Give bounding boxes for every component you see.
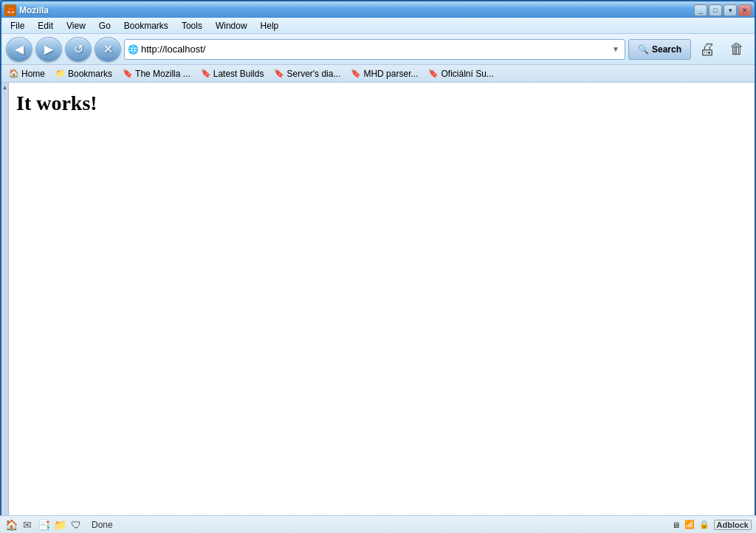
- bookmark-bookmarks[interactable]: 📁 Bookmarks: [51, 67, 117, 80]
- menu-file[interactable]: File: [4, 19, 30, 32]
- address-input[interactable]: [141, 44, 607, 55]
- menu-go[interactable]: Go: [93, 19, 117, 32]
- bookmark-icon-5: 🔖: [428, 69, 439, 78]
- status-network-icon: 📶: [684, 520, 695, 529]
- status-monitor-icon: 🖥: [672, 520, 680, 529]
- status-right: 🖥 📶 🔒 Adblock: [672, 520, 752, 530]
- browser-window: 🦊 Mozilla _ □ ▾ ✕ File Edit View Go Book…: [0, 0, 756, 533]
- status-bar: 🏠 ✉ 📑 📁 🛡 Done 🖥 📶 🔒 Adblock: [0, 515, 756, 533]
- bookmark-mozilla-label: The Mozilla ...: [135, 69, 190, 79]
- bookmark-oficilani[interactable]: 🔖 Oficiální Su...: [424, 67, 498, 80]
- bookmark-icon-2: 🔖: [201, 69, 211, 78]
- search-icon: 🔍: [638, 44, 649, 55]
- address-bar: 🌐 ▼: [124, 39, 625, 60]
- bookmark-server-label: Server's dia...: [286, 69, 340, 79]
- page-content: It works!: [15, 89, 749, 118]
- bookmark-icon-4: 🔖: [351, 69, 361, 78]
- bookmark-icon-1: 🔖: [123, 69, 133, 78]
- menu-button[interactable]: ▾: [724, 4, 737, 16]
- home-icon: 🏠: [9, 69, 19, 78]
- bookmark-bookmarks-label: Bookmarks: [68, 69, 112, 79]
- location-icon: 🌐: [128, 44, 138, 55]
- restore-button[interactable]: □: [709, 4, 722, 16]
- menu-view[interactable]: View: [61, 19, 92, 32]
- menu-bookmarks[interactable]: Bookmarks: [118, 19, 174, 32]
- status-email-icon[interactable]: ✉: [21, 518, 34, 532]
- reload-button[interactable]: ↺: [65, 37, 92, 62]
- nav-bar: ◀ ▶ ↺ ✕ 🌐 ▼ 🔍 Search 🖨 🗑: [1, 34, 755, 65]
- print-button[interactable]: 🖨: [694, 37, 721, 62]
- search-label: Search: [652, 44, 681, 55]
- content-wrapper: ▲ It works!: [1, 83, 755, 532]
- status-text: Done: [92, 520, 113, 530]
- up-arrow-icon[interactable]: ▲: [2, 84, 8, 91]
- bookmark-home[interactable]: 🏠 Home: [4, 67, 49, 80]
- status-lock-icon: 🔒: [699, 520, 709, 529]
- title-bar-left: 🦊 Mozilla: [4, 4, 49, 16]
- stop-button[interactable]: ✕: [94, 37, 121, 62]
- title-bar: 🦊 Mozilla _ □ ▾ ✕: [1, 1, 755, 18]
- adblock-badge: Adblock: [714, 520, 752, 530]
- bookmark-home-label: Home: [21, 69, 45, 79]
- status-home-icon[interactable]: 🏠: [4, 518, 18, 532]
- folder-icon: 📁: [55, 69, 66, 78]
- bookmark-server-dia[interactable]: 🔖 Server's dia...: [269, 67, 345, 80]
- content-area: It works!: [9, 83, 755, 517]
- menu-bar: File Edit View Go Bookmarks Tools Window…: [1, 18, 755, 34]
- menu-window[interactable]: Window: [210, 19, 253, 32]
- bookmark-mhd-label: MHD parser...: [363, 69, 418, 79]
- bookmark-icon-3: 🔖: [274, 69, 284, 78]
- title-controls: _ □ ▾ ✕: [694, 4, 752, 16]
- bookmark-mhd-parser[interactable]: 🔖 MHD parser...: [346, 67, 422, 80]
- window-title: Mozilla: [19, 5, 49, 16]
- search-button[interactable]: 🔍 Search: [628, 39, 691, 60]
- bookmark-latest-label: Latest Builds: [213, 69, 264, 79]
- forward-button[interactable]: ▶: [35, 37, 62, 62]
- status-left: 🏠 ✉ 📑 📁 🛡 Done: [4, 518, 113, 532]
- menu-edit[interactable]: Edit: [32, 19, 59, 32]
- address-dropdown[interactable]: ▼: [610, 44, 622, 55]
- trash-button[interactable]: 🗑: [724, 37, 750, 62]
- browser-icon: 🦊: [4, 4, 16, 16]
- bookmark-latest-builds[interactable]: 🔖 Latest Builds: [196, 67, 269, 80]
- status-folder-icon[interactable]: 📁: [53, 518, 66, 532]
- menu-tools[interactable]: Tools: [176, 19, 208, 32]
- status-shield-icon[interactable]: 🛡: [69, 518, 83, 532]
- minimize-button[interactable]: _: [694, 4, 707, 16]
- left-edge: ▲: [1, 83, 9, 532]
- bookmark-mozilla[interactable]: 🔖 The Mozilla ...: [118, 67, 195, 80]
- back-button[interactable]: ◀: [6, 37, 32, 62]
- close-button[interactable]: ✕: [738, 4, 752, 16]
- bookmark-oficilani-label: Oficiální Su...: [441, 69, 493, 79]
- bookmarks-bar: 🏠 Home 📁 Bookmarks 🔖 The Mozilla ... 🔖 L…: [1, 65, 755, 83]
- menu-help[interactable]: Help: [255, 19, 285, 32]
- status-bookmark-icon[interactable]: 📑: [37, 518, 50, 532]
